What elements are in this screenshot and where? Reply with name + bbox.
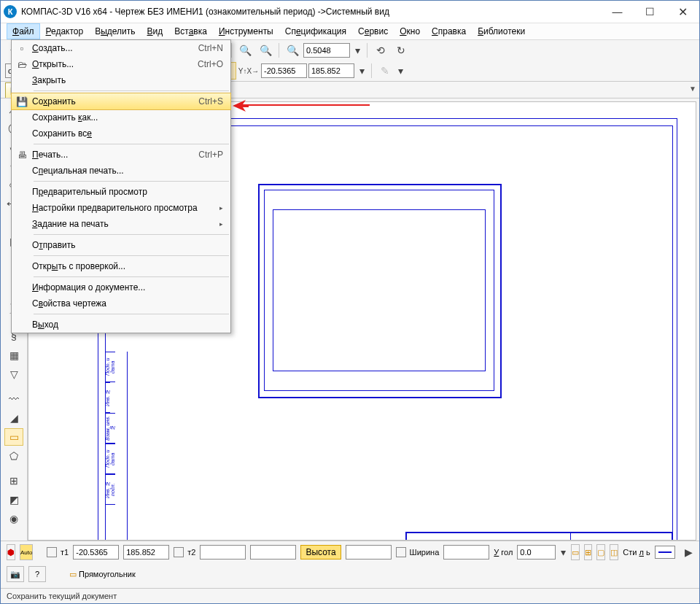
menu-print-job[interactable]: Задание на печать▸ <box>12 216 230 232</box>
rect-mode[interactable]: ▢ <box>596 544 605 560</box>
angle-label: Угол <box>494 548 513 557</box>
save-icon: 💾 <box>12 96 32 107</box>
width-input[interactable] <box>443 545 489 560</box>
window-title: КОМПАС-3D V16 x64 - Чертеж БЕЗ ИМЕНИ1 (о… <box>21 7 601 17</box>
svg-marker-0 <box>233 100 249 112</box>
rect-tab-label[interactable]: Прямоугольник <box>79 570 136 578</box>
camera-button[interactable]: 📷 <box>7 566 24 582</box>
t1-label: т1 <box>61 548 69 557</box>
minimize-button[interactable]: — <box>601 1 634 23</box>
zoom-input[interactable] <box>303 43 350 58</box>
menu-edit[interactable]: Редактор <box>40 23 90 39</box>
rough-tool[interactable]: ▽ <box>4 365 23 383</box>
stop-button[interactable]: ⬢ <box>7 544 15 560</box>
app-logo-icon: К <box>4 5 17 18</box>
table-tool[interactable]: ▦ <box>4 346 23 364</box>
status-bar: Сохранить текущий документ <box>1 588 699 603</box>
t1-x-input[interactable] <box>73 545 119 560</box>
leader-tool[interactable]: ◩ <box>4 491 23 508</box>
menu-exit[interactable]: Выход <box>12 317 230 333</box>
menu-preview-settings[interactable]: Настройки предварительного просмотра▸ <box>12 200 230 216</box>
pos-x-input[interactable] <box>261 63 307 78</box>
w-checkbox[interactable] <box>396 547 406 557</box>
title-block: ИзмЛист№ докум.Подп.ДатаЛит.МассаМасштаб… <box>405 532 673 541</box>
open-icon: 🗁 <box>12 59 32 70</box>
menu-service[interactable]: Сервис <box>352 23 394 39</box>
menu-close-doc[interactable]: Закрыть <box>12 72 230 88</box>
file-menu-dropdown: ▫Создать...Ctrl+N 🗁Открыть...Ctrl+O Закр… <box>11 39 231 333</box>
xy-label: Y↑X→ <box>238 62 260 80</box>
menu-spec[interactable]: Спецификация <box>279 23 352 39</box>
balloon-tool[interactable]: ◉ <box>4 510 23 527</box>
menu-file[interactable]: Файл <box>7 23 40 39</box>
dim-tool-2[interactable]: ⊞ <box>4 472 23 489</box>
zoom-in-button[interactable]: 🔍 <box>256 42 275 59</box>
t2-y-input[interactable] <box>250 545 296 560</box>
menu-select[interactable]: Выделить <box>89 23 141 39</box>
pos-drop[interactable]: ▾ <box>356 62 368 80</box>
polygon-tool[interactable]: ⬠ <box>4 447 23 465</box>
auto-button[interactable]: Auto <box>20 544 33 560</box>
tab-overflow-icon[interactable]: ▼ <box>689 85 696 93</box>
zoom-dropdown[interactable]: ▾ <box>351 42 363 59</box>
angle-input[interactable] <box>517 545 556 560</box>
paint-drop[interactable]: ▾ <box>396 62 405 80</box>
line-style-combo[interactable] <box>655 546 675 559</box>
t2-checkbox[interactable] <box>174 547 184 557</box>
print-icon: 🖶 <box>12 150 32 160</box>
zoom-fit-button[interactable]: 🔍 <box>283 42 302 59</box>
annotation-arrow-icon <box>233 100 249 112</box>
t1-checkbox[interactable] <box>47 547 57 557</box>
paint-button[interactable]: ✎ <box>376 62 394 80</box>
menu-create[interactable]: ▫Создать...Ctrl+N <box>12 40 230 56</box>
height-input[interactable] <box>346 545 392 560</box>
menu-tools[interactable]: Инструменты <box>213 23 279 39</box>
menu-doc-info[interactable]: Информация о документе... <box>12 279 230 295</box>
pos-y-input[interactable] <box>308 63 354 78</box>
property-bar: ⬢ Auto т1 т2 Высота Ширина Угол ▾ ▭ ⊞ ▢ … <box>1 541 699 588</box>
t2-x-input[interactable] <box>200 545 246 560</box>
prev-view-button[interactable]: ⟲ <box>371 42 390 59</box>
menu-bar: Файл Редактор Выделить Вид Вставка Инстр… <box>1 23 699 40</box>
close-button[interactable]: ✕ <box>666 1 699 23</box>
help2-button[interactable]: ? <box>28 566 46 582</box>
zoom-window-button[interactable]: 🔍 <box>236 42 254 59</box>
menu-special-print[interactable]: Специальная печать... <box>12 163 230 179</box>
style-label: Стиль <box>623 548 650 557</box>
menu-print[interactable]: 🖶Печать...Ctrl+P <box>12 147 230 163</box>
scroll-right[interactable]: ▶ <box>684 543 693 561</box>
menu-insert[interactable]: Вставка <box>168 23 213 39</box>
t1-y-input[interactable] <box>123 545 169 560</box>
title-bar: К КОМПАС-3D V16 x64 - Чертеж БЕЗ ИМЕНИ1 … <box>1 1 699 23</box>
menu-open[interactable]: 🗁Открыть...Ctrl+O <box>12 56 230 72</box>
axis-off[interactable]: ▭ <box>571 544 580 560</box>
new-icon: ▫ <box>12 43 32 54</box>
center-mode[interactable]: ◫ <box>610 544 618 560</box>
menu-save-all[interactable]: Сохранить все <box>12 125 230 142</box>
refresh-button[interactable]: ↻ <box>392 42 411 59</box>
maximize-button[interactable]: ☐ <box>634 1 666 23</box>
menu-view[interactable]: Вид <box>141 23 169 39</box>
menu-save[interactable]: 💾СохранитьCtrl+S <box>11 93 231 110</box>
menu-save-as[interactable]: Сохранить как... <box>12 109 230 125</box>
axis-on[interactable]: ⊞ <box>584 544 592 560</box>
chamfer-tool[interactable]: ◢ <box>4 409 23 427</box>
menu-open-check[interactable]: Открыть с проверкой... <box>12 258 230 274</box>
menu-drawing-props[interactable]: Свойства чертежа <box>12 295 230 311</box>
menu-send[interactable]: Отправить <box>12 237 230 253</box>
annotation-line <box>246 104 370 106</box>
rectangle-tool[interactable]: ▭ <box>4 428 23 446</box>
height-label: Высота <box>300 545 341 560</box>
menu-preview[interactable]: Предварительный просмотр <box>12 184 230 200</box>
menu-window[interactable]: Окно <box>394 23 426 39</box>
menu-help[interactable]: Справка <box>426 23 472 39</box>
angle-drop[interactable]: ▾ <box>560 543 567 561</box>
width-label: Ширина <box>410 548 440 557</box>
curve-tool[interactable]: 〰 <box>4 390 23 408</box>
t2-label: т2 <box>187 548 195 557</box>
status-text: Сохранить текущий документ <box>7 592 117 600</box>
menu-libs[interactable]: Библиотеки <box>472 23 531 39</box>
